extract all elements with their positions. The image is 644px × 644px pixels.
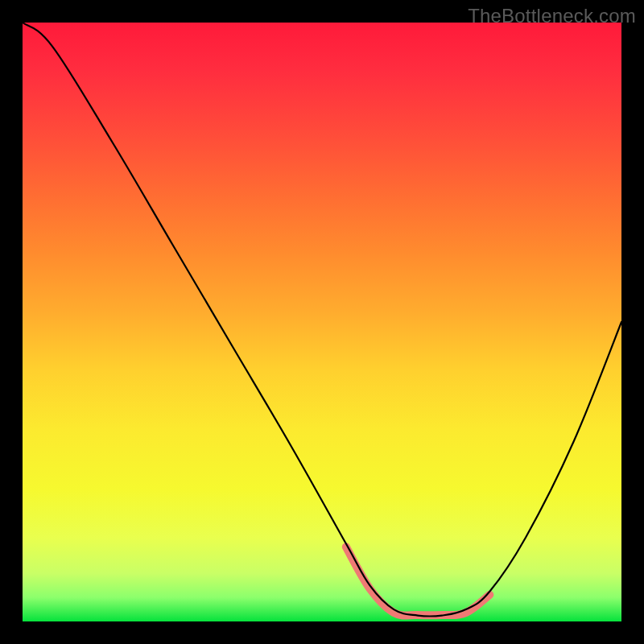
chart-frame: TheBottleneck.com [0,0,644,644]
plot-area [23,23,621,621]
curve-layer [23,23,621,621]
bottleneck-curve [23,23,621,617]
watermark-text: TheBottleneck.com [468,5,636,27]
